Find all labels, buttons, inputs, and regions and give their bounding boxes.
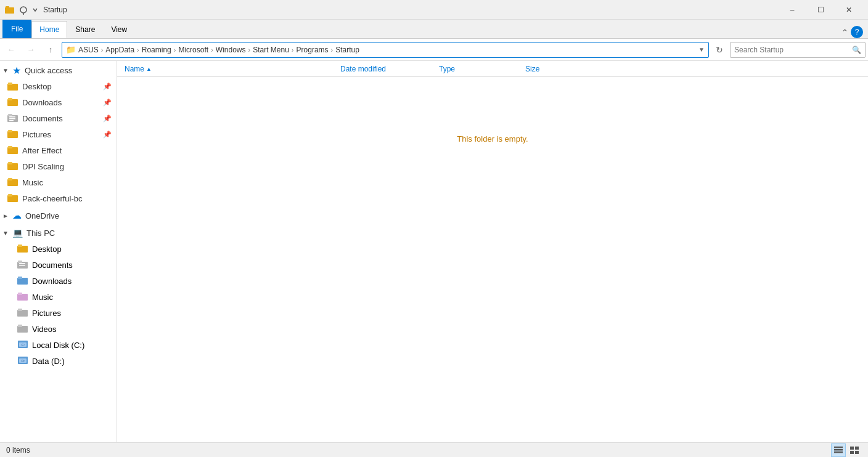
svg-rect-18 bbox=[8, 162, 12, 164]
desktop-pc-icon bbox=[17, 243, 28, 255]
col-size[interactable]: Size bbox=[523, 65, 584, 73]
main-layout: ▼ ★ Quick access Desktop 📌 Downloads 📌 D… bbox=[0, 61, 868, 442]
dpiscaling-label: DPI Scaling bbox=[22, 162, 64, 171]
search-bar[interactable]: 🔍 bbox=[730, 42, 866, 58]
search-input[interactable] bbox=[734, 46, 850, 54]
sidebar-item-documents-qa[interactable]: Documents 📌 bbox=[0, 110, 117, 126]
onedrive-label: OneDrive bbox=[25, 211, 59, 220]
close-button[interactable]: ✕ bbox=[835, 0, 863, 20]
sidebar-item-dpiscaling[interactable]: DPI Scaling bbox=[0, 158, 117, 174]
svg-rect-10 bbox=[9, 116, 15, 118]
ribbon-chevron-button[interactable]: ⌃ bbox=[841, 28, 848, 37]
refresh-button[interactable]: ↻ bbox=[711, 42, 727, 58]
help-button[interactable]: ? bbox=[851, 26, 863, 38]
svg-rect-16 bbox=[8, 146, 12, 148]
status-bar: 0 items bbox=[0, 442, 868, 457]
forward-button[interactable]: → bbox=[22, 41, 39, 59]
documents-pin-icon: 📌 bbox=[103, 115, 112, 123]
sidebar-item-pictures-pc[interactable]: Pictures bbox=[0, 305, 117, 321]
desktop-folder-icon bbox=[7, 81, 18, 91]
window-title: Startup bbox=[43, 6, 67, 14]
share-tab[interactable]: Share bbox=[67, 21, 103, 38]
pictures-pin-icon: 📌 bbox=[103, 131, 112, 139]
downloads-folder-icon-qa bbox=[7, 97, 18, 108]
sidebar-item-pictures-qa[interactable]: Pictures 📌 bbox=[0, 126, 117, 142]
maximize-button[interactable]: ☐ bbox=[806, 0, 835, 20]
desktop-pc-label: Desktop bbox=[32, 245, 62, 254]
addr-seg-5: Start Menu bbox=[253, 46, 289, 54]
view-tab[interactable]: View bbox=[103, 21, 135, 38]
svg-rect-49 bbox=[855, 451, 859, 454]
music-pc-icon bbox=[17, 291, 28, 303]
aftereffect-label: After Effect bbox=[22, 146, 62, 155]
sidebar-item-aftereffect[interactable]: After Effect bbox=[0, 142, 117, 158]
thispc-header[interactable]: ▼ 💻 This PC bbox=[0, 224, 117, 241]
svg-rect-7 bbox=[8, 98, 12, 100]
localc-icon: C: bbox=[17, 339, 28, 351]
documents-pc-label: Documents bbox=[32, 261, 73, 270]
sidebar-item-videos-pc[interactable]: Videos bbox=[0, 321, 117, 337]
title-bar-icons bbox=[5, 5, 38, 15]
col-type[interactable]: Type bbox=[436, 65, 523, 73]
svg-rect-20 bbox=[8, 178, 12, 180]
sidebar-item-desktop-pc[interactable]: Desktop bbox=[0, 241, 117, 257]
svg-rect-36 bbox=[18, 325, 22, 327]
quick-access-star-icon: ★ bbox=[12, 65, 21, 76]
quick-access-arrow: ▼ bbox=[2, 67, 10, 74]
column-headers: Name ▲ Date modified Type Size bbox=[117, 61, 868, 77]
sidebar-item-datad[interactable]: D: Data (D:) bbox=[0, 353, 117, 369]
details-view-button[interactable] bbox=[831, 443, 846, 457]
downloads-label-qa: Downloads bbox=[22, 98, 62, 107]
music-pc-label: Music bbox=[32, 293, 53, 302]
svg-rect-44 bbox=[834, 449, 843, 451]
back-button[interactable]: ← bbox=[2, 41, 20, 59]
onedrive-icon: ☁ bbox=[12, 210, 22, 221]
svg-rect-46 bbox=[850, 447, 854, 450]
addr-seg-7: Startup bbox=[335, 46, 359, 54]
onedrive-arrow: ► bbox=[2, 212, 10, 219]
sidebar-item-music-qa[interactable]: Music bbox=[0, 174, 117, 190]
downloads-pc-label: Downloads bbox=[32, 277, 72, 286]
title-controls: – ☐ ✕ bbox=[778, 0, 863, 20]
view-controls bbox=[831, 443, 862, 457]
svg-text:C:: C: bbox=[22, 343, 25, 347]
aftereffect-folder-icon bbox=[7, 145, 18, 156]
col-name[interactable]: Name ▲ bbox=[122, 65, 338, 73]
addr-seg-1: AppData bbox=[105, 46, 134, 54]
svg-rect-5 bbox=[8, 83, 12, 85]
sidebar-item-pack[interactable]: Pack-cheerful-bc bbox=[0, 190, 117, 206]
svg-rect-9 bbox=[8, 114, 12, 116]
sidebar-item-documents-pc[interactable]: Documents bbox=[0, 257, 117, 273]
thispc-label: This PC bbox=[27, 228, 55, 238]
sidebar-item-downloads-pc[interactable]: Downloads bbox=[0, 273, 117, 289]
svg-rect-24 bbox=[18, 245, 22, 247]
col-date[interactable]: Date modified bbox=[338, 65, 436, 73]
sidebar-item-music-pc[interactable]: Music bbox=[0, 289, 117, 305]
addr-seg-6: Programs bbox=[297, 46, 329, 54]
quick-access-header[interactable]: ▼ ★ Quick access bbox=[0, 61, 117, 78]
thispc-arrow: ▼ bbox=[2, 230, 10, 237]
desktop-pin-icon: 📌 bbox=[103, 83, 112, 91]
music-label-qa: Music bbox=[22, 178, 43, 187]
item-count: 0 items bbox=[6, 446, 30, 455]
title-folder-icon bbox=[5, 5, 15, 15]
up-button[interactable]: ↑ bbox=[42, 41, 59, 59]
svg-rect-48 bbox=[850, 451, 854, 454]
address-bar[interactable]: 📁 ASUS › AppData › Roaming › Microsoft ›… bbox=[62, 42, 709, 58]
svg-rect-45 bbox=[834, 451, 843, 453]
sidebar-item-desktop[interactable]: Desktop 📌 bbox=[0, 78, 117, 94]
music-folder-icon-qa bbox=[7, 177, 18, 188]
videos-pc-icon bbox=[17, 323, 28, 335]
address-dropdown-button[interactable]: ▼ bbox=[698, 46, 705, 53]
file-tab[interactable]: File bbox=[2, 20, 31, 38]
svg-rect-47 bbox=[855, 447, 859, 450]
datad-label: Data (D:) bbox=[32, 357, 65, 366]
sidebar-item-localc[interactable]: C: Local Disk (C:) bbox=[0, 337, 117, 353]
large-icons-view-button[interactable] bbox=[847, 443, 862, 457]
sidebar-item-downloads-qa[interactable]: Downloads 📌 bbox=[0, 94, 117, 110]
minimize-button[interactable]: – bbox=[778, 0, 806, 20]
downloads-pin-icon: 📌 bbox=[103, 99, 112, 107]
home-tab[interactable]: Home bbox=[31, 21, 67, 38]
onedrive-header[interactable]: ► ☁ OneDrive bbox=[0, 206, 117, 224]
search-icon: 🔍 bbox=[852, 46, 861, 54]
